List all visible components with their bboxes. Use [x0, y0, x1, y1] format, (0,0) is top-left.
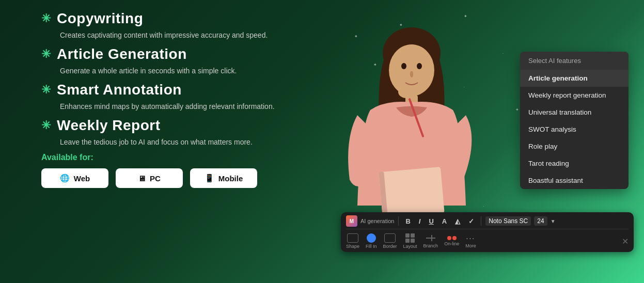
mobile-button[interactable]: 📱 Mobile	[190, 168, 257, 188]
toolbar-branch[interactable]: Branch	[423, 234, 438, 248]
toolbar-bold[interactable]: B	[403, 216, 413, 226]
toolbar-font-name[interactable]: Noto Sans SC	[485, 216, 531, 226]
svg-point-4	[417, 63, 422, 69]
feature-copywriting-title: ✳ Copywriting	[41, 10, 341, 27]
editor-toolbar: M AI generation B I U A ◭ ✓ Noto Sans SC…	[341, 212, 634, 252]
feature-article-generation: ✳ Article Generation Generate a whole ar…	[41, 46, 341, 76]
web-label: Web	[74, 174, 90, 183]
feature-weekly-title: ✳ Weekly Report	[41, 117, 341, 134]
toolbar-font-color[interactable]: A	[439, 216, 449, 226]
toolbar-layout[interactable]: Layout	[403, 233, 417, 249]
available-label: Available for:	[41, 153, 341, 162]
dropdown-item-role-play[interactable]: Role play	[520, 138, 629, 155]
feature-article-title: ✳ Article Generation	[41, 46, 341, 62]
feature-annotation-title: ✳ Smart Annotation	[41, 82, 341, 98]
dropdown-item-article-generation[interactable]: Article generation	[520, 70, 629, 87]
dropdown-item-tarot-reading[interactable]: Tarot reading	[520, 155, 629, 172]
mobile-icon: 📱	[205, 174, 214, 183]
platform-buttons: 🌐 Web 🖥 PC 📱 Mobile	[41, 168, 341, 188]
toolbar-border-icon	[384, 233, 396, 243]
svg-rect-6	[379, 167, 444, 218]
toolbar-bottom-row: Shape Fill In Border Layout Bra	[346, 231, 629, 249]
dropdown-item-swot-analysis[interactable]: SWOT analysis	[520, 121, 629, 138]
feature-weekly-heading: Weekly Report	[57, 117, 161, 134]
toolbar-border[interactable]: Border	[383, 233, 397, 249]
dropdown-item-boastful-assistant[interactable]: Boastful assistant	[520, 172, 629, 189]
toolbar-italic[interactable]: I	[416, 216, 423, 226]
ai-features-dropdown: Select AI features Article generation We…	[520, 52, 629, 189]
feature-copywriting-desc: Creates captivating content with impress…	[60, 30, 341, 41]
toolbar-fill-label: Fill In	[366, 244, 377, 249]
toolbar-border-label: Border	[383, 244, 397, 249]
toolbar-branch-icon	[425, 234, 436, 242]
feature-article-icon: ✳	[41, 48, 51, 61]
feature-annotation-desc: Enhances mind maps by automatically addi…	[60, 101, 341, 112]
feature-article-heading: Article Generation	[57, 46, 187, 62]
toolbar-online-icon	[447, 236, 457, 240]
toolbar-layout-label: Layout	[403, 244, 417, 249]
feature-weekly-icon: ✳	[41, 119, 51, 132]
toolbar-underline[interactable]: U	[426, 216, 436, 226]
pc-label: PC	[150, 174, 161, 183]
pc-icon: 🖥	[138, 174, 146, 183]
svg-point-3	[401, 63, 406, 69]
web-icon: 🌐	[60, 174, 70, 183]
toolbar-shape-icon	[347, 233, 358, 243]
toolbar-font-size[interactable]: 24	[534, 216, 547, 226]
toolbar-divider-2	[481, 216, 481, 226]
toolbar-more-label: More	[465, 243, 476, 248]
toolbar-more-icon: ···	[466, 234, 476, 242]
toolbar-more[interactable]: ··· More	[465, 234, 476, 248]
toolbar-shape-label: Shape	[346, 244, 359, 249]
web-button[interactable]: 🌐 Web	[41, 168, 108, 188]
mobile-label: Mobile	[218, 174, 243, 183]
dropdown-item-weekly-report[interactable]: Weekly report generation	[520, 87, 629, 104]
toolbar-close-icon[interactable]: ✕	[622, 237, 629, 246]
feature-article-desc: Generate a whole article in seconds with…	[60, 66, 341, 76]
dropdown-header: Select AI features	[520, 52, 629, 70]
toolbar-online[interactable]: On-line	[444, 236, 459, 246]
toolbar-shape[interactable]: Shape	[346, 233, 359, 249]
feature-annotation-heading: Smart Annotation	[57, 82, 182, 98]
toolbar-ai-label: AI generation	[360, 218, 394, 224]
toolbar-top-row: M AI generation B I U A ◭ ✓ Noto Sans SC…	[346, 215, 629, 229]
feature-smart-annotation: ✳ Smart Annotation Enhances mind maps by…	[41, 82, 341, 112]
feature-copywriting-heading: Copywriting	[57, 10, 143, 27]
toolbar-highlight[interactable]: ◭	[452, 216, 463, 226]
toolbar-online-label: On-line	[444, 241, 459, 246]
feature-copywriting: ✳ Copywriting Creates captivating conten…	[41, 10, 341, 41]
left-content: ✳ Copywriting Creates captivating conten…	[41, 10, 341, 188]
toolbar-fill[interactable]: Fill In	[366, 233, 377, 249]
toolbar-layout-icon	[405, 233, 415, 243]
svg-point-9	[398, 86, 415, 98]
feature-annotation-icon: ✳	[41, 83, 51, 97]
feature-weekly-desc: Leave the tedious job to AI and focus on…	[60, 137, 341, 148]
dropdown-item-universal-translation[interactable]: Universal translation	[520, 104, 629, 121]
toolbar-check[interactable]: ✓	[466, 216, 477, 226]
toolbar-branch-label: Branch	[423, 243, 438, 248]
toolbar-logo: M	[346, 215, 357, 227]
pc-button[interactable]: 🖥 PC	[116, 168, 183, 188]
feature-copywriting-icon: ✳	[41, 12, 51, 25]
toolbar-divider-1	[398, 216, 399, 226]
feature-weekly-report: ✳ Weekly Report Leave the tedious job to…	[41, 117, 341, 148]
toolbar-chevron[interactable]: ▼	[551, 218, 556, 224]
toolbar-fill-icon	[367, 233, 376, 243]
